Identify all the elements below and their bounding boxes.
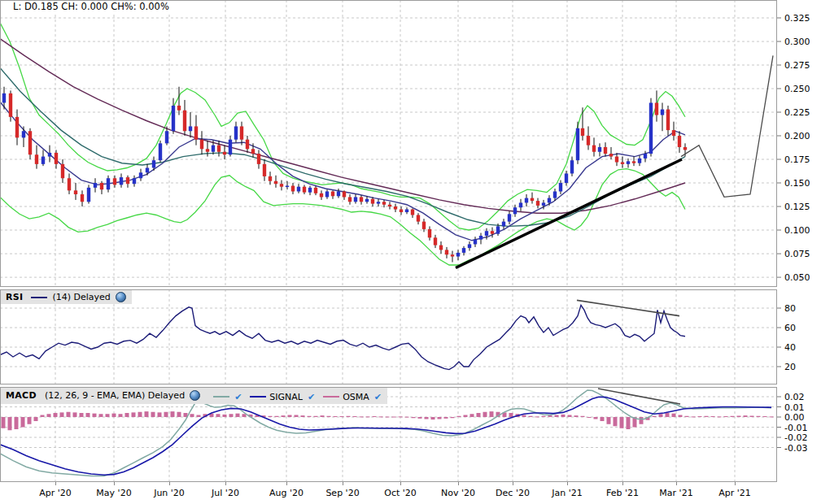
candle-down [274,181,277,184]
checkbox-checked-icon[interactable]: ✔ [234,392,242,402]
candle-up [513,207,517,214]
x-axis-tick [225,482,226,485]
y-axis-tick-label: -0.02 [784,432,807,443]
osma-bar [236,414,240,417]
candle-up [508,214,511,221]
osma-bar [321,415,325,417]
candle-down [303,187,306,193]
candle-up [502,222,505,227]
osma-bar [288,415,292,418]
candle-up [107,178,110,189]
candle-up [553,191,557,198]
legend-label: SIGNAL [269,392,303,402]
candle-down [678,136,681,147]
osma-bar [685,416,689,417]
osma-bar [770,416,774,417]
y-axis-tick-label: 20 [784,362,796,372]
candle-up [365,199,369,202]
macd-legend-item: ✔ [213,392,242,402]
x-axis-label: Apr '21 [718,488,751,498]
candle-down [314,188,317,193]
osma-bar [561,415,566,417]
candle-down [536,201,539,206]
candle-up [159,143,162,160]
osma-bar [574,415,579,417]
x-axis-label: Nov '20 [441,488,475,498]
osma-bar [425,417,429,419]
osma-bar [242,414,247,417]
osma-bar [373,416,377,417]
x-axis-label: Mar '21 [659,488,692,498]
signal-line [0,397,771,475]
osma-bar [334,416,338,417]
osma-bar [529,416,533,417]
osma-bar [412,417,416,418]
y-axis-tick-label: 40 [784,342,796,353]
candle-up [229,140,232,155]
candle-down [263,164,266,176]
candle-down [74,190,77,194]
osma-bar [112,414,116,417]
candle-up [286,186,289,188]
candle-down [200,140,203,150]
rsi-title: RSI [6,292,23,302]
osma-bar [607,417,611,424]
price-panel: 0.3250.3000.2750.2500.2250.2000.1750.150… [0,0,821,287]
candle-down [81,194,84,202]
osma-bar [724,416,728,417]
candle-down [360,197,363,202]
osma-bar [28,417,32,424]
y-axis-tick-label: 0.02 [784,392,805,402]
y-axis-tick-label: -0.01 [784,423,807,433]
osma-bar [386,417,390,418]
candle-up [234,126,238,139]
checkbox-checked-icon[interactable]: ✔ [374,392,382,402]
candle-up [479,236,483,240]
osma-bar [750,416,754,418]
checkbox-checked-icon[interactable]: ✔ [308,392,315,402]
osma-bar [392,417,396,418]
x-axis-tick [400,482,401,485]
candle-up [189,126,192,131]
osma-bar [366,416,370,417]
x-axis-label: Apr '20 [39,488,72,498]
osma-bar [190,414,194,417]
y-axis-tick-label: 0.250 [784,84,810,94]
candle-down [604,147,607,154]
globe-icon [116,292,126,302]
legend-line-swatch [213,396,229,398]
candle-down [61,164,64,178]
candle-up [48,153,51,157]
candle-up [377,202,380,203]
osma-bar [594,417,598,419]
candle-up [474,240,477,245]
osma-bar [47,414,51,417]
osma-bar [640,417,644,424]
candle-down [621,163,624,164]
osma-bar [171,411,175,417]
osma-bar [672,414,676,417]
y-axis-tick-label: -0.03 [784,443,807,454]
x-axis: Apr '20May '20Jun '20Jul '20Aug '20Sep '… [0,482,821,504]
osma-bar [106,414,110,417]
candle-up [638,159,641,163]
osma-bar [308,416,312,417]
x-axis-tick [513,482,513,485]
macd-legend-item: SIGNAL✔ [250,392,315,402]
osma-bar [464,415,468,418]
x-axis-tick [114,482,115,485]
candle-down [439,245,443,250]
candle-up [212,146,215,152]
candle-down [491,231,494,233]
osma-bar [54,413,58,417]
candle-up [139,172,142,178]
osma-bar [21,417,25,428]
y-axis-tick-label: 0.125 [784,202,810,212]
osma-bar [705,416,709,417]
osma-bar [145,411,149,417]
x-axis-tick [676,482,677,485]
osma-bar [347,416,351,417]
candle-up [559,183,562,191]
rsi-line-swatch [31,297,47,298]
osma-bar [197,415,201,418]
